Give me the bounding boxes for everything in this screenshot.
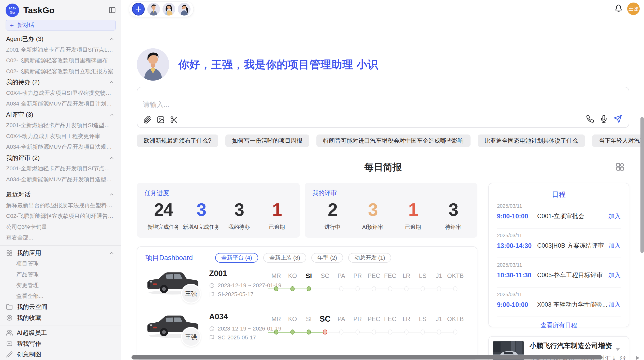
divider [0,245,121,246]
vertical-scrollbar[interactable] [640,117,644,253]
stat-value: 2 [312,199,353,221]
stat-label: 我的待办 [220,223,258,231]
chevron-up-icon[interactable] [109,250,114,256]
sidebar-item-ai-super-staff[interactable]: AI超级员工 [0,327,121,338]
image-icon[interactable] [157,116,165,124]
milestone-dot [404,286,409,291]
star-circle-icon [6,314,13,321]
view-all-schedule[interactable]: 查看所有日程 [497,321,621,329]
sidebar-item[interactable]: Z001-全新燃油轻卡产品开发项目SI造型提交物评审 [0,120,121,131]
sidebar-item[interactable]: C02-飞腾新能源轻客改款项目立项汇报方案 [0,66,121,77]
sidebar-section-agent-done[interactable]: Agent已办 (3) [0,34,121,44]
schedule-date: 2025/03/11 [497,262,621,268]
suggestion-chip[interactable]: 如何写一份清晰的项目周报 [225,134,309,147]
milestone-label: SC [321,272,329,280]
sidebar-section-my-apps[interactable]: 我的应用 [0,248,121,259]
project-row[interactable]: 王强 Z001 2023-12-19 ~ 2027-01-19 SI-2025-… [137,266,477,307]
milestone-dot [307,329,311,335]
horizontal-scrollbar[interactable] [131,355,602,359]
schedule-entry: 2025/03/11 9:00-10:00 C001-立项审批会 加入 [497,199,621,229]
chevron-up-icon[interactable] [109,112,114,117]
logo-text-top: Task [8,6,16,10]
sidebar-item[interactable]: A034-全新新能源MUV产品开发项目计划变更表编写 [0,98,121,109]
recent-chat-item[interactable]: C02-飞腾新能源轻客改款项目的闭环通告反馈情况 [0,211,121,222]
phone-call-icon[interactable] [586,115,594,123]
milestone-label: LR [403,272,411,280]
app-item-product-mgmt[interactable]: 产品管理 [0,269,121,280]
app-item-project-mgmt[interactable]: 项目管理 [0,258,121,269]
sidebar-item[interactable]: A034-全新新能源MUV产品开发项目法规符合性评审 [0,142,121,153]
new-chat-label: 新对话 [17,21,34,29]
collapse-sidebar-icon[interactable] [108,6,116,14]
favorites-label: 我的收藏 [17,314,41,322]
send-icon[interactable] [613,115,622,123]
contact-avatar-1[interactable] [147,3,160,16]
people-icon [6,329,13,336]
notifications-bell-icon[interactable] [614,4,623,12]
app-item-change-mgmt[interactable]: 变更管理 [0,280,121,291]
view-all-apps[interactable]: 查看全部... [0,291,121,302]
milestone-label: PA [338,315,345,323]
add-conversation-button[interactable] [132,3,145,16]
recent-chat-item[interactable]: 公司Q3轻卡销量 [0,222,121,233]
sidebar-item[interactable]: C02-飞腾新能源轻客改款项目里程碑画布 [0,55,121,66]
join-button[interactable]: 加入 [608,301,621,309]
card-title: 任务进度 [144,189,296,197]
clock-icon [209,326,215,332]
join-button[interactable]: 加入 [608,242,621,250]
sidebar-item-creative-drawing[interactable]: 创意制图 [0,349,121,360]
scissors-icon[interactable] [170,116,178,124]
project-row[interactable]: 王强 A034 2023-12-19 ~ 2026-01-19 SC-2025-… [137,309,477,350]
stat-overdue: 1 已逾期 [258,199,296,231]
chevron-up-icon[interactable] [109,79,114,85]
scroll-right-arrow[interactable] [636,356,639,360]
chevron-up-icon[interactable] [109,36,114,42]
chevron-up-icon[interactable] [109,192,114,197]
sidebar-item-help-me-write[interactable]: 帮我写作 [0,338,121,349]
join-button[interactable]: 加入 [608,271,621,279]
filter-powertrain[interactable]: 动总开发 (1) [348,253,391,263]
scroll-down-arrow[interactable] [616,348,620,351]
sidebar-item-favorites[interactable]: 我的收藏 [0,312,121,323]
chevron-up-icon[interactable] [109,155,114,161]
sidebar-item[interactable]: C0X4-动力总成开发项目工程变更评审 [0,131,121,142]
filter-new-body[interactable]: 全新上装 (3) [263,253,306,263]
sidebar-section-recent-chats[interactable]: 最近对话 [0,189,121,200]
view-all-chats[interactable]: 查看全部... [0,232,121,243]
sidebar-item[interactable]: A034-全新新能源MUV产品开发项目造型可行性评审 [0,174,121,185]
layout-grid-icon[interactable] [616,162,625,171]
suggestion-chip[interactable]: 当下年轻人对汽车外观有怎样的喜好趋势 [592,134,644,147]
schedule-time: 13:00-14:30 [497,242,537,249]
attachment-icon[interactable] [143,116,152,124]
sidebar-section-my-review[interactable]: 我的评审 (2) [0,153,121,163]
stat-label: 待评审 [433,223,473,231]
section-title: 我的待办 (2) [6,78,40,86]
recent-chat-item[interactable]: 解释最新出台的欧盟报废车法规再生塑料比例被调至15%... [0,200,121,211]
folder-icon [6,304,13,310]
microphone-icon[interactable] [600,115,608,123]
sidebar-section-my-todo[interactable]: 我的待办 (2) [0,77,121,88]
join-button[interactable]: 加入 [608,212,621,220]
contact-avatar-3[interactable] [178,3,191,16]
new-chat-button[interactable]: + 新对话 [6,20,116,31]
stat-label: 已逾期 [258,223,296,231]
suggestion-chip[interactable]: 特朗普可能对进口汽车增税会对中国车企造成哪些影响 [316,134,471,147]
filter-model-year[interactable]: 年型 (2) [311,253,343,263]
sidebar-section-ai-review[interactable]: AI评审 (3) [0,109,121,120]
schedule-title: 日程 [497,183,621,199]
stat-value: 3 [433,199,473,221]
suggestion-chip[interactable]: 比亚迪全固态电池计划具体说了什么 [478,134,585,147]
sidebar-list: Agent已办 (3) Z001-全新燃油皮卡产品开发项目SI节点Lesson … [0,31,121,360]
sidebar-item-cloud-space[interactable]: 我的云空间 [0,302,121,312]
project-next-milestone: SI-2025-05-17 [209,291,254,298]
sidebar-item[interactable]: Z001-全新燃油皮卡产品开发项目SI节点Lesson Learn报告 [0,44,121,55]
user-avatar[interactable]: 王强 [627,3,640,15]
sidebar-item[interactable]: C0X4-动力总成开发项目SI里程碑提交物检查 [0,88,121,99]
contact-avatar-2[interactable] [163,3,175,16]
chat-input[interactable] [142,100,500,109]
sidebar-item[interactable]: Z001-全新燃油轻卡产品开发项目SI节点属性5D文件评审 [0,163,121,174]
filter-new-platform[interactable]: 全新平台 (4) [215,253,258,263]
milestone-label: MR [271,272,281,280]
suggestion-chip[interactable]: 欧洲新规最近颁布了什么? [137,134,218,147]
taskgo-logo: Task Go [6,4,19,17]
